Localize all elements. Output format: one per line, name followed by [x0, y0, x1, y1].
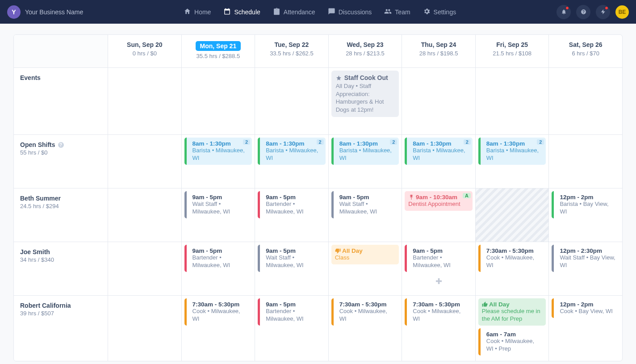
- shift-card[interactable]: 9am - 5pmBartender • Milwaukee, WI: [258, 298, 326, 326]
- day-header[interactable]: Mon, Sep 2135.5 hrs / $288.5: [181, 35, 255, 67]
- row-employee-header[interactable]: Robert California 39 hrs / $507: [14, 296, 108, 361]
- notifications-button[interactable]: [556, 5, 571, 19]
- nav-discussions[interactable]: Discussions: [328, 8, 372, 17]
- clipboard-icon: [273, 8, 280, 17]
- help-button[interactable]: [576, 5, 590, 19]
- cell[interactable]: Staff Cook Out All Day • Staff Appreciat…: [328, 68, 402, 134]
- shift-card[interactable]: 7:30am - 5:30pmCook • Milwaukee, WI: [184, 298, 252, 326]
- stripe: [331, 191, 334, 218]
- help-icon[interactable]: ?: [58, 142, 64, 148]
- openshift-card[interactable]: 28am - 1:30pmBarista • Milwaukee, WI: [184, 138, 252, 165]
- openshift-card[interactable]: 28am - 1:30pmBarista • Milwaukee, WI: [258, 138, 326, 165]
- cell[interactable]: [108, 135, 181, 188]
- cell[interactable]: A 9am - 10:30amDentist Appointment: [402, 188, 475, 242]
- cell[interactable]: [108, 188, 181, 242]
- cell[interactable]: 7:30am - 5:30pmCook • Milwaukee, WI: [181, 296, 255, 361]
- cell[interactable]: 9am - 5pmWait Staff • Milwaukee, WI: [328, 188, 402, 242]
- event-card[interactable]: Staff Cook Out All Day • Staff Appreciat…: [331, 71, 399, 117]
- nav-home[interactable]: Home: [184, 8, 211, 17]
- pref-detail: Please schedule me in the AM for Prep: [482, 308, 543, 323]
- cell[interactable]: [255, 68, 328, 134]
- cell[interactable]: 9am - 5pmBartender • Milwaukee, WI✚: [402, 242, 475, 295]
- cell[interactable]: [548, 135, 622, 188]
- cell[interactable]: 28am - 1:30pmBarista • Milwaukee, WI: [475, 135, 549, 188]
- stripe: [258, 138, 260, 165]
- openshift-card[interactable]: 28am - 1:30pmBarista • Milwaukee, WI: [478, 138, 546, 165]
- cell[interactable]: [475, 68, 549, 134]
- shift-card[interactable]: 7:30am - 5:30pmCook • Milwaukee, WI: [478, 245, 546, 272]
- row-sub: 55 hrs / $0: [20, 149, 101, 156]
- add-shift-button[interactable]: ✚: [405, 275, 473, 288]
- openshift-card[interactable]: 28am - 1:30pmBarista • Milwaukee, WI: [331, 138, 399, 165]
- shift-card[interactable]: 9am - 5pmBartender • Milwaukee, WI: [258, 191, 326, 218]
- cell[interactable]: [108, 296, 181, 361]
- row-employee-header[interactable]: Beth Summer 24.5 hrs / $294: [14, 188, 108, 242]
- shift-time: 7:30am - 5:30pm: [413, 301, 469, 308]
- cell[interactable]: 7:30am - 5:30pmCook • Milwaukee, WI: [328, 296, 402, 361]
- shift-card[interactable]: 6am - 7amCook • Milwaukee, WI • Prep: [478, 328, 546, 356]
- shift-card[interactable]: 12pm - 2pmCook • Bay View, WI: [552, 298, 619, 318]
- cell[interactable]: 28am - 1:30pmBarista • Milwaukee, WI: [181, 135, 255, 188]
- cell[interactable]: 12pm - 2pmCook • Bay View, WI: [548, 296, 622, 361]
- activity-dot: [605, 6, 608, 10]
- shift-detail: Bartender • Milwaukee, WI: [266, 308, 322, 323]
- unavailable-card[interactable]: All DayClass: [331, 245, 399, 264]
- cell[interactable]: 12pm - 2pmBarista • Bay View, WI: [548, 188, 622, 242]
- shift-card[interactable]: 12pm - 2:30pmWait Staff • Bay View, WI: [552, 245, 619, 272]
- count-badge: 2: [243, 139, 250, 145]
- nav-team[interactable]: Team: [384, 8, 410, 17]
- cell[interactable]: [548, 68, 622, 134]
- cell[interactable]: [402, 68, 475, 134]
- openshift-card[interactable]: 28am - 1:30pmBarista • Milwaukee, WI: [405, 138, 473, 165]
- row-robert: Robert California 39 hrs / $507 7:30am -…: [14, 296, 622, 361]
- shift-card[interactable]: 9am - 5pmWait Staff • Milwaukee, WI: [258, 245, 326, 272]
- brand-name: Your Business Name: [25, 8, 83, 16]
- cell[interactable]: 28am - 1:30pmBarista • Milwaukee, WI: [255, 135, 328, 188]
- cell[interactable]: 28am - 1:30pmBarista • Milwaukee, WI: [328, 135, 402, 188]
- cell[interactable]: [181, 68, 255, 134]
- cell[interactable]: 9am - 5pmBartender • Milwaukee, WI: [255, 188, 328, 242]
- nav-schedule[interactable]: Schedule: [223, 8, 260, 17]
- cell[interactable]: [108, 242, 181, 295]
- cell[interactable]: 28am - 1:30pmBarista • Milwaukee, WI: [402, 135, 475, 188]
- day-header[interactable]: Wed, Sep 2328 hrs / $213.5: [328, 35, 402, 67]
- cell[interactable]: 9am - 5pmWait Staff • Milwaukee, WI: [181, 188, 255, 242]
- user-avatar[interactable]: BE: [615, 5, 629, 19]
- row-employee-header[interactable]: Joe Smith 34 hrs / $340: [14, 242, 108, 295]
- team-icon: [384, 8, 392, 17]
- cell[interactable]: 9am - 5pmBartender • Milwaukee, WI: [181, 242, 255, 295]
- cell[interactable]: 7:30am - 5:30pmCook • Milwaukee, WI: [402, 296, 475, 361]
- activity-button[interactable]: [596, 5, 610, 19]
- absence-card[interactable]: A 9am - 10:30amDentist Appointment: [405, 191, 473, 211]
- cell[interactable]: 9am - 5pmBartender • Milwaukee, WI: [255, 296, 328, 361]
- cell[interactable]: 12pm - 2:30pmWait Staff • Bay View, WI: [548, 242, 622, 295]
- shift-card[interactable]: 9am - 5pmWait Staff • Milwaukee, WI: [331, 191, 399, 218]
- pref-time: All Day: [482, 301, 543, 308]
- shift-card[interactable]: 9am - 5pmWait Staff • Milwaukee, WI: [184, 191, 252, 218]
- shift-card[interactable]: 7:30am - 5:30pmCook • Milwaukee, WI: [331, 298, 399, 326]
- day-header[interactable]: Thu, Sep 2428 hrs / $198.5: [402, 35, 475, 67]
- cell[interactable]: [108, 68, 181, 134]
- brand[interactable]: Y Your Business Name: [7, 5, 83, 19]
- cell[interactable]: All DayClass: [328, 242, 402, 295]
- day-header[interactable]: Sun, Sep 200 hrs / $0: [108, 35, 181, 67]
- shift-card[interactable]: 9am - 5pmBartender • Milwaukee, WI: [405, 245, 473, 272]
- shift-card[interactable]: 12pm - 2pmBarista • Bay View, WI: [552, 191, 619, 218]
- nav-attendance[interactable]: Attendance: [273, 8, 315, 17]
- cell[interactable]: 9am - 5pmWait Staff • Milwaukee, WI: [255, 242, 328, 295]
- day-header[interactable]: Fri, Sep 2521.5 hrs / $108: [475, 35, 549, 67]
- shift-card[interactable]: 7:30am - 5:30pmCook • Milwaukee, WI: [405, 298, 473, 326]
- shift-card[interactable]: 9am - 5pmBartender • Milwaukee, WI: [184, 245, 252, 272]
- home-icon: [184, 8, 191, 17]
- notification-dot: [565, 6, 569, 10]
- day-header[interactable]: Tue, Sep 2233.5 hrs / $262.5: [255, 35, 328, 67]
- shift-detail: Cook • Milwaukee, WI: [339, 308, 396, 323]
- row-joe: Joe Smith 34 hrs / $340 9am - 5pmBartend…: [14, 242, 622, 296]
- cell[interactable]: All DayPlease schedule me in the AM for …: [475, 296, 549, 361]
- day-header[interactable]: Sat, Sep 266 hrs / $70: [548, 35, 622, 67]
- nav-settings[interactable]: Settings: [423, 8, 456, 17]
- cell-unavailable[interactable]: [475, 188, 549, 242]
- cell[interactable]: 7:30am - 5:30pmCook • Milwaukee, WI: [475, 242, 549, 295]
- preference-card[interactable]: All DayPlease schedule me in the AM for …: [478, 298, 546, 326]
- shift-time: 9am - 5pm: [266, 247, 322, 254]
